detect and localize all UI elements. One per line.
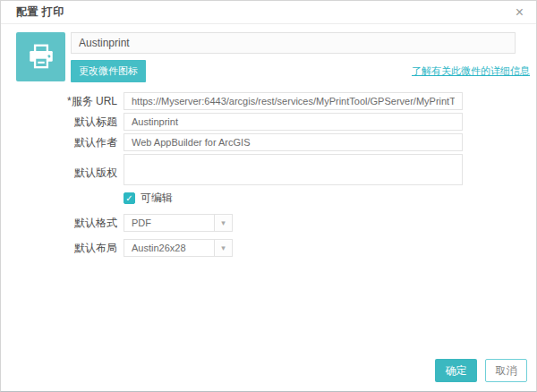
default-title-input[interactable] xyxy=(124,113,463,131)
printer-icon-glyph xyxy=(26,42,56,72)
print-settings-form: *服务 URL 默认标题 默认作者 默认版权 ✓ 可编辑 默认格式 PDF ▾ xyxy=(1,92,536,257)
editable-row: ✓ 可编辑 xyxy=(124,191,536,206)
cancel-button[interactable]: 取消 xyxy=(485,359,527,382)
default-layout-select[interactable]: Austin26x28 ▾ xyxy=(124,239,233,257)
service-url-row: *服务 URL xyxy=(16,92,536,110)
close-icon[interactable]: × xyxy=(514,5,525,20)
editable-checkbox[interactable]: ✓ xyxy=(124,192,135,204)
default-title-label: 默认标题 xyxy=(16,113,117,131)
default-layout-value: Austin26x28 xyxy=(124,239,215,257)
printer-icon xyxy=(16,32,65,81)
default-author-label: 默认作者 xyxy=(16,133,117,151)
widget-actions-row: 更改微件图标 了解有关此微件的详细信息 xyxy=(71,60,516,82)
default-copyright-row: 默认版权 xyxy=(16,154,536,185)
default-title-row: 默认标题 xyxy=(16,113,536,131)
widget-name-area: 更改微件图标 了解有关此微件的详细信息 xyxy=(71,32,516,82)
widget-help-link[interactable]: 了解有关此微件的详细信息 xyxy=(412,64,530,78)
dialog-footer: 确定 取消 xyxy=(435,359,527,382)
default-layout-row: 默认布局 Austin26x28 ▾ xyxy=(16,239,536,257)
service-url-input[interactable] xyxy=(124,92,463,110)
dialog-title: 配置 打印 xyxy=(16,4,64,20)
widget-name-input[interactable] xyxy=(71,32,516,54)
chevron-down-icon[interactable]: ▾ xyxy=(214,214,233,232)
widget-summary-section: 更改微件图标 了解有关此微件的详细信息 xyxy=(16,32,521,82)
default-author-row: 默认作者 xyxy=(16,133,536,151)
default-copyright-textarea[interactable] xyxy=(124,154,463,185)
chevron-down-icon[interactable]: ▾ xyxy=(214,239,233,257)
editable-label: 可编辑 xyxy=(141,191,173,206)
ok-button[interactable]: 确定 xyxy=(435,359,477,382)
dialog-header: 配置 打印 × xyxy=(1,1,536,24)
default-format-label: 默认格式 xyxy=(16,214,117,232)
default-format-row: 默认格式 PDF ▾ xyxy=(16,214,536,232)
service-url-label: *服务 URL xyxy=(16,92,117,110)
default-copyright-label: 默认版权 xyxy=(16,167,117,178)
configure-print-dialog: 配置 打印 × 更改微件图标 了解有关此微件的详细信息 *服务 URL xyxy=(0,0,537,392)
default-format-select[interactable]: PDF ▾ xyxy=(124,214,233,232)
default-layout-label: 默认布局 xyxy=(16,239,117,257)
change-widget-icon-button[interactable]: 更改微件图标 xyxy=(71,60,146,82)
default-author-input[interactable] xyxy=(124,133,463,151)
default-format-value: PDF xyxy=(124,214,215,232)
